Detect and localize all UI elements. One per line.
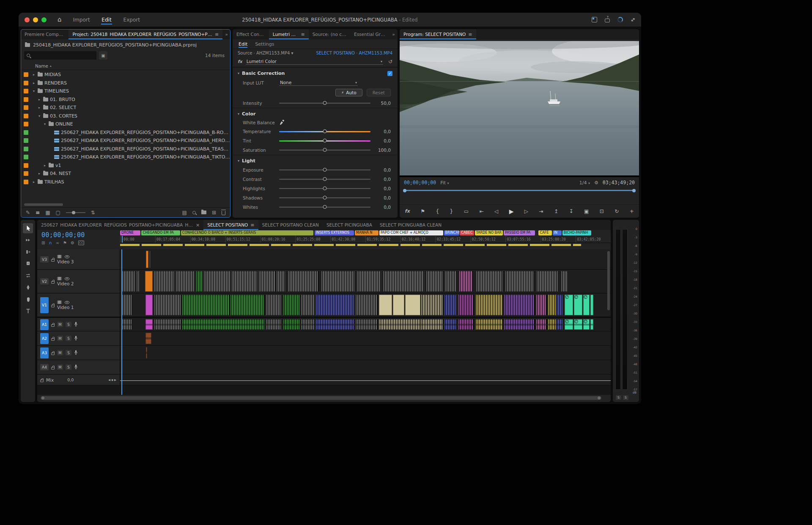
label-color-chip[interactable]: [24, 89, 28, 93]
timeline-clip[interactable]: [356, 319, 378, 330]
timeline-clip[interactable]: [590, 295, 593, 315]
timeline-clip[interactable]: [458, 319, 474, 330]
timeline-clip[interactable]: [459, 271, 473, 292]
slider-handle[interactable]: [323, 101, 327, 105]
highlights-slider[interactable]: [279, 186, 370, 191]
project-tree-item[interactable]: ▸01. BRUTO: [21, 96, 230, 104]
zoom-handle-left[interactable]: [403, 189, 406, 192]
project-tree-item[interactable]: ▸RENDERS: [21, 79, 230, 88]
timeline-settings-icon[interactable]: ⚙: [71, 241, 74, 245]
home-icon[interactable]: ⌂: [58, 16, 62, 23]
timeline-clip[interactable]: [145, 271, 152, 292]
sequence-marker[interactable]: MANHÃ N: [355, 230, 379, 235]
timeline-clip[interactable]: [230, 295, 264, 315]
project-tree-item[interactable]: 250627_HIDAKA EXPLORER_REFÚGIOS_POSITANO…: [21, 129, 230, 137]
timeline-clip[interactable]: [379, 319, 420, 330]
track-target-a1[interactable]: A1: [40, 319, 49, 330]
timeline-clip[interactable]: [379, 295, 392, 315]
intensity-slider[interactable]: [279, 101, 370, 106]
track-output-eye-icon[interactable]: [65, 254, 69, 258]
slider-handle[interactable]: [323, 186, 327, 190]
contrast-slider[interactable]: [279, 177, 370, 182]
sort-icons-button[interactable]: ⇅: [91, 210, 95, 215]
fx-toggle-button[interactable]: fx: [405, 209, 410, 213]
track-target-v3[interactable]: V3: [40, 256, 49, 262]
project-tree-item[interactable]: ▾ONLINE: [21, 120, 230, 129]
timeline-clip[interactable]: [444, 295, 457, 315]
timeline-clip[interactable]: [590, 319, 593, 330]
panel-menu-icon[interactable]: ≡: [215, 32, 219, 37]
track-lock-icon[interactable]: [51, 305, 55, 307]
timeline-clip[interactable]: [283, 319, 299, 330]
timeline-clip[interactable]: [154, 295, 181, 315]
overflow-tabs-icon[interactable]: »: [222, 29, 230, 39]
track-lock-icon[interactable]: [51, 338, 55, 341]
timeline-clip[interactable]: [154, 271, 175, 292]
project-hscroll-thumb[interactable]: [24, 203, 63, 206]
slider-handle[interactable]: [323, 129, 327, 133]
timeline-vscroll-thumb[interactable]: [607, 251, 610, 310]
settings-wrench-icon[interactable]: ⚙: [594, 180, 598, 186]
sequence-marker[interactable]: PASSEIO EM PA: [504, 230, 535, 235]
previous-keyframe-icon[interactable]: ◀: [108, 378, 110, 382]
sequence-marker[interactable]: CABEC: [460, 230, 474, 235]
timeline-hscroll-thumb[interactable]: [41, 396, 601, 400]
voiceover-record-icon[interactable]: [74, 363, 78, 371]
zoom-window-button[interactable]: [41, 17, 47, 22]
timeline-clip[interactable]: [445, 271, 456, 292]
timeline-clip[interactable]: [504, 295, 535, 315]
sequence-tab[interactable]: 250627_HIDAKA EXPLORER_REFÚGIOS_POSITANO…: [37, 220, 203, 230]
sequence-marker[interactable]: PAPO COM CHEF + ALMOÇO: [379, 230, 443, 235]
sequence-marker[interactable]: BICHO-PAPINH: [562, 230, 591, 235]
add-marker-button[interactable]: ⚑: [420, 209, 425, 214]
slider-handle[interactable]: [323, 205, 327, 209]
timeline-clip[interactable]: [149, 251, 151, 268]
voiceover-record-icon[interactable]: [74, 349, 78, 357]
project-tab[interactable]: Premiere Composer: [21, 29, 69, 39]
timeline-clip[interactable]: [301, 295, 315, 315]
timeline-clip[interactable]: [444, 319, 457, 330]
timeline-clip[interactable]: [232, 271, 257, 292]
panel-menu-icon[interactable]: ≡: [468, 32, 472, 37]
label-color-chip[interactable]: [24, 163, 28, 168]
project-hscrollbar[interactable]: [23, 203, 228, 206]
slider-handle[interactable]: [323, 196, 327, 200]
temperature-slider[interactable]: [279, 129, 370, 134]
timeline-clip[interactable]: [476, 271, 502, 292]
source-patch-icon[interactable]: [57, 255, 62, 258]
icon-view-icon[interactable]: ▦: [45, 210, 50, 215]
slip-tool[interactable]: [23, 271, 33, 281]
sequence-marker[interactable]: CHEGANDO EM PA: [141, 230, 180, 235]
quick-export-icon[interactable]: [605, 19, 610, 22]
overflow-tabs-icon[interactable]: »: [390, 29, 398, 39]
track-lock-icon[interactable]: [51, 353, 55, 355]
disclosure-chevron[interactable]: ▸: [32, 73, 36, 77]
new-bin-icon[interactable]: [201, 211, 206, 214]
timeline-clip[interactable]: [301, 319, 315, 330]
timeline-clip[interactable]: [383, 271, 424, 292]
panel-menu-icon[interactable]: ≡: [301, 32, 304, 37]
reset-button[interactable]: Reset: [367, 89, 391, 96]
extract-button[interactable]: ↧: [569, 209, 573, 214]
sequence-marker[interactable]: CONHECENDO O BARCO + INSERTS GERAIS: [181, 230, 313, 235]
label-color-chip[interactable]: [24, 180, 28, 184]
export-frame-button[interactable]: ▣: [584, 209, 589, 214]
automate-to-sequence-icon[interactable]: ▤: [182, 210, 187, 215]
slider-handle[interactable]: [323, 148, 327, 152]
add-keyframe-icon[interactable]: ◆: [111, 378, 113, 382]
label-color-chip[interactable]: [24, 130, 28, 135]
sequence-marker[interactable]: DRONE: [120, 230, 140, 235]
name-column-header[interactable]: Name ▴: [21, 62, 230, 70]
section-light[interactable]: ▾ Light: [233, 155, 398, 165]
timeline-clip[interactable]: [356, 295, 378, 315]
saturation-slider[interactable]: [279, 148, 370, 153]
disclosure-chevron[interactable]: ▸: [32, 180, 36, 184]
timeline-clip[interactable]: [122, 295, 132, 315]
freeform-view-icon[interactable]: ▢: [55, 210, 60, 215]
timeline-clip[interactable]: [421, 295, 443, 315]
timeline-clip[interactable]: [182, 295, 229, 315]
project-tree-item[interactable]: ▸v1: [21, 161, 230, 170]
disclosure-chevron[interactable]: ▸: [37, 98, 41, 101]
track-target-a4[interactable]: A4: [40, 364, 49, 370]
auto-button[interactable]: ⚡ Auto: [335, 89, 362, 96]
